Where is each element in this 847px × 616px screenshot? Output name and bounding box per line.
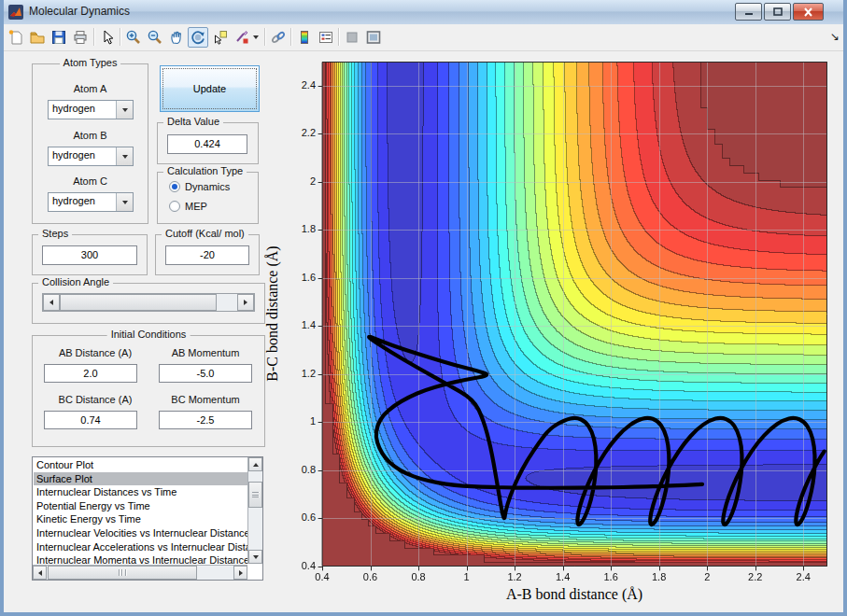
zoom-in-button[interactable] xyxy=(123,27,144,48)
y-tick-label: 1.2 xyxy=(278,368,316,379)
steps-panel: Steps 300 xyxy=(32,234,148,275)
toolbar-separator xyxy=(264,28,266,46)
vscroll-thumb[interactable] xyxy=(248,482,262,508)
brush-menu-button[interactable] xyxy=(250,27,261,48)
plot-area xyxy=(317,56,833,572)
toolbar-separator xyxy=(290,28,292,46)
ab-momentum-field[interactable]: -5.0 xyxy=(159,364,252,383)
zoom-out-button[interactable] xyxy=(145,27,165,48)
contour-plot-canvas[interactable] xyxy=(317,56,833,572)
bc-momentum-field[interactable]: -2.5 xyxy=(159,411,252,429)
list-hscrollbar[interactable] xyxy=(33,565,247,580)
radio-selected-icon xyxy=(169,181,180,192)
data-cursor-button[interactable] xyxy=(210,27,231,48)
x-tick-label: 0.4 xyxy=(308,571,336,582)
maximize-button[interactable] xyxy=(764,3,791,21)
y-tick-label: 0.8 xyxy=(278,464,316,475)
y-tick-label: 1.8 xyxy=(278,223,316,234)
focus-ring xyxy=(162,68,257,109)
y-axis-label: B-C bond distance (Å) xyxy=(264,245,281,381)
list-item[interactable]: Contour Plot xyxy=(34,458,248,472)
link-plot-button[interactable] xyxy=(268,27,289,48)
x-tick-label: 1 xyxy=(453,571,481,582)
slider-thumb[interactable] xyxy=(60,294,217,311)
rotate-3d-button[interactable] xyxy=(188,27,208,48)
slider-right-arrow[interactable] xyxy=(237,294,254,311)
atom-types-panel: Atom Types Atom A hydrogen Atom B hydrog… xyxy=(32,63,148,224)
dynamics-radio[interactable]: Dynamics xyxy=(169,181,230,192)
open-file-button[interactable] xyxy=(27,27,48,48)
x-axis-label: A-B bond distance (Å) xyxy=(506,586,642,603)
app-icon xyxy=(8,5,23,20)
y-tick-label: 1 xyxy=(278,415,316,427)
slider-left-arrow[interactable] xyxy=(43,294,60,311)
x-tick-label: 2 xyxy=(693,571,721,582)
insert-colorbar-button[interactable] xyxy=(294,27,315,48)
close-button[interactable] xyxy=(793,3,824,21)
insert-legend-button[interactable] xyxy=(316,27,336,48)
bc-distance-label: BC Distance (A) xyxy=(44,394,147,405)
delta-value-panel: Delta Value 0.424 xyxy=(157,122,259,164)
scroll-left-arrow[interactable] xyxy=(33,566,47,580)
x-tick-label: 1.6 xyxy=(597,571,625,582)
list-item[interactable]: Kinetic Energy vs Time xyxy=(34,512,248,526)
list-item[interactable]: Internuclear Accelerations vs Internucle… xyxy=(34,540,248,554)
save-button[interactable] xyxy=(49,27,69,48)
list-item[interactable]: Internuclear Distances vs Time xyxy=(34,485,248,499)
pan-hand-button[interactable] xyxy=(166,27,187,48)
chevron-down-icon[interactable] xyxy=(116,193,133,211)
panel-title: Cutoff (Kcal/ mol) xyxy=(162,228,248,239)
atom-c-dropdown[interactable]: hydrogen xyxy=(48,192,134,212)
mep-radio[interactable]: MEP xyxy=(169,201,207,212)
hscroll-thumb[interactable] xyxy=(48,566,197,580)
print-button[interactable] xyxy=(70,27,91,48)
x-tick-label: 0.6 xyxy=(357,571,385,582)
chevron-down-icon[interactable] xyxy=(116,147,133,165)
brush-data-button[interactable] xyxy=(232,27,252,48)
panel-title: Collision Angle xyxy=(38,276,113,287)
scroll-right-arrow[interactable] xyxy=(233,566,247,580)
radio-unselected-icon xyxy=(169,201,180,212)
minimize-icon xyxy=(744,7,754,16)
title-bar[interactable]: Molecular Dynamics xyxy=(0,0,847,25)
maximize-icon xyxy=(773,7,783,16)
list-vscrollbar[interactable] xyxy=(247,457,262,564)
panel-title: Calculation Type xyxy=(163,165,247,176)
panel-title: Steps xyxy=(38,228,72,239)
new-file-button[interactable] xyxy=(6,27,26,48)
panel-title: Delta Value xyxy=(163,116,223,127)
bc-distance-field[interactable]: 0.74 xyxy=(44,411,137,429)
list-items: Contour Plot Surface Plot Internuclear D… xyxy=(34,458,248,567)
y-tick-label: 2 xyxy=(278,175,316,187)
dock-figure-arrow-icon[interactable]: ↘ xyxy=(830,30,840,43)
update-button[interactable]: Update xyxy=(160,65,260,112)
scroll-up-arrow[interactable] xyxy=(248,457,262,471)
atom-b-label: Atom B xyxy=(33,130,148,141)
x-tick-label: 1.2 xyxy=(501,571,529,582)
show-plot-tools-dock-button[interactable] xyxy=(363,27,384,48)
atom-b-dropdown[interactable]: hydrogen xyxy=(48,147,134,166)
scroll-down-arrow[interactable] xyxy=(248,550,262,564)
ab-distance-field[interactable]: 2.0 xyxy=(44,364,137,383)
list-item-selected[interactable]: Surface Plot xyxy=(34,472,248,486)
collision-angle-slider[interactable] xyxy=(42,293,255,312)
minimize-button[interactable] xyxy=(735,3,762,21)
plot-type-listbox[interactable]: Contour Plot Surface Plot Internuclear D… xyxy=(32,456,263,581)
ab-momentum-label: AB Momentum xyxy=(154,347,257,358)
x-tick-label: 1.8 xyxy=(645,571,673,582)
hide-plot-tools-button[interactable] xyxy=(342,27,362,48)
edit-plot-button[interactable] xyxy=(97,27,118,48)
y-tick-label: 2.4 xyxy=(278,79,316,91)
list-item[interactable]: Potential Energy vs Time xyxy=(34,499,248,513)
delta-value-field[interactable]: 0.424 xyxy=(167,134,247,154)
y-tick-label: 1.4 xyxy=(278,319,316,330)
app-window: Molecular Dynamics xyxy=(0,0,847,616)
atom-a-dropdown[interactable]: hydrogen xyxy=(48,100,134,119)
list-item[interactable]: Internuclear Velocities vs Internuclear … xyxy=(34,526,248,540)
steps-field[interactable]: 300 xyxy=(42,245,137,265)
window-title: Molecular Dynamics xyxy=(29,5,130,18)
toolbar-separator xyxy=(338,28,340,46)
cutoff-field[interactable]: -20 xyxy=(165,245,249,265)
chevron-down-icon[interactable] xyxy=(116,101,133,119)
bc-momentum-label: BC Momentum xyxy=(154,394,257,405)
